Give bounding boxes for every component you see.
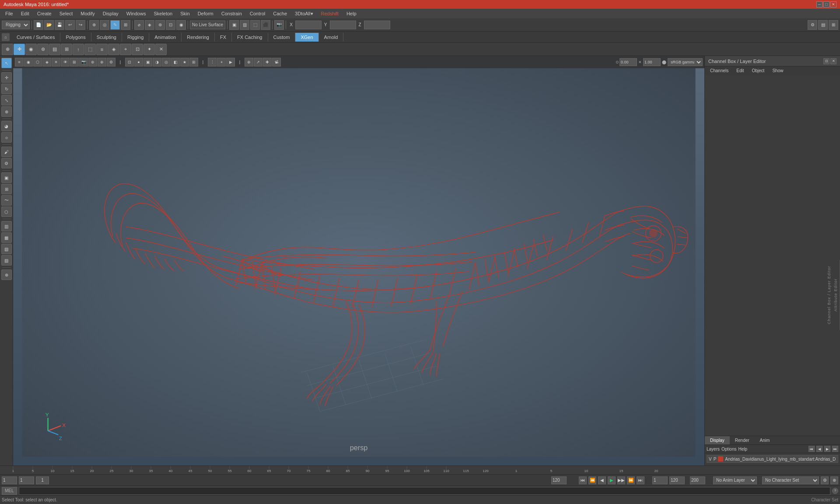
tab-show[interactable]: Show <box>769 67 787 74</box>
soft-select-btn[interactable]: ◕ <box>1 121 12 131</box>
x-input[interactable] <box>295 21 322 29</box>
menu-create[interactable]: Create <box>34 10 55 17</box>
go-end-btn[interactable]: ⏭ <box>637 476 644 484</box>
cmd-input-field[interactable] <box>19 487 830 495</box>
menu-cache[interactable]: Cache <box>270 10 290 17</box>
xgen-tool8[interactable]: ⬚ <box>84 44 96 55</box>
paint-skin-btn[interactable]: 🖌 <box>1 147 12 157</box>
vp-val2-input[interactable]: 1.00 <box>643 58 661 66</box>
xgen-tool12[interactable]: ⊡ <box>132 44 143 55</box>
menu-redshift[interactable]: Redshift <box>318 10 342 17</box>
step-back-btn[interactable]: ⏪ <box>588 476 596 484</box>
xgen-tool6[interactable]: ⊞ <box>61 44 72 55</box>
vp-render-btn[interactable]: ▶ <box>226 58 235 66</box>
frame-input-box[interactable]: 1 <box>36 476 49 484</box>
viewport[interactable]: ≡ ◉ ⬡ ◈ ☀ 👁 ⊞ 📷 ⊛ ⊕ ⚙ | ⊡ ● ▣ ◑ ◎ ◧ ★ ⊞ … <box>13 56 704 466</box>
xgen-tool10[interactable]: ◈ <box>108 44 119 55</box>
layer-nav1[interactable]: ⏮ <box>808 446 815 452</box>
xgen-tool5[interactable]: ▤ <box>49 44 60 55</box>
xgen-tool13[interactable]: ✦ <box>144 44 155 55</box>
vp-show-btn[interactable]: 👁 <box>61 58 70 66</box>
vp-smooth-btn[interactable]: ● <box>134 58 143 66</box>
timeline[interactable]: 1 5 10 15 20 25 30 35 40 45 50 55 60 65 … <box>0 466 840 474</box>
vp-shade1-btn[interactable]: ⬡ <box>33 58 42 66</box>
render2-icon[interactable]: ▥ <box>240 20 249 30</box>
vp-pivot-btn[interactable]: ✚ <box>263 58 272 66</box>
tab-sculpting[interactable]: Sculpting <box>91 33 122 42</box>
new-file-icon[interactable]: 📄 <box>34 20 43 30</box>
scale-tool-btn[interactable]: ⤡ <box>1 95 12 105</box>
snap1-icon[interactable]: ⌀ <box>134 20 144 30</box>
layer-nav3[interactable]: ▶ <box>824 446 830 452</box>
frame-start-input[interactable] <box>2 476 17 484</box>
layer-tab-anim[interactable]: Anim <box>755 436 775 444</box>
tab-arnold[interactable]: Arnold <box>319 33 344 42</box>
char-set-select[interactable]: No Character Set <box>762 476 819 484</box>
tab-curves-surfaces[interactable]: Curves / Surfaces <box>11 33 60 42</box>
save-file-icon[interactable]: 💾 <box>55 20 64 30</box>
tab-animation[interactable]: Animation <box>149 33 182 42</box>
menu-skin[interactable]: Skin <box>177 10 193 17</box>
menu-windows[interactable]: Windows <box>123 10 150 17</box>
vp-orient-btn[interactable]: ↗ <box>254 58 262 66</box>
anim-end2-input[interactable] <box>690 476 705 484</box>
channel-box-float-icon[interactable]: ⊡ <box>823 58 830 64</box>
layer2-btn[interactable]: ▦ <box>1 232 12 243</box>
layer-row[interactable]: V P Andrias_Davidianus_Light_lying_mb_st… <box>707 455 838 463</box>
menu-select[interactable]: Select <box>56 10 77 17</box>
surface-btn[interactable]: ⬡ <box>1 206 12 217</box>
play-fwd-btn[interactable]: ▶ <box>608 476 616 484</box>
vp-wire-btn[interactable]: ⊡ <box>125 58 134 66</box>
tab-edit[interactable]: Edit <box>733 67 747 74</box>
undo-icon[interactable]: ↩ <box>65 20 75 30</box>
universal-tool-btn[interactable]: ⊕ <box>1 106 12 117</box>
z-input[interactable] <box>364 21 390 29</box>
layer-tab-render[interactable]: Render <box>730 436 755 444</box>
close-button[interactable]: ✕ <box>830 1 836 7</box>
select-tool-btn[interactable]: ↖ <box>1 58 12 68</box>
vp-res-btn[interactable]: ⊞ <box>189 58 198 66</box>
vp-grid-btn[interactable]: ⋮ <box>208 58 217 66</box>
layer-nav4[interactable]: ⏭ <box>832 446 838 452</box>
camera-icon[interactable]: 📷 <box>274 20 284 30</box>
layer4-btn[interactable]: ▨ <box>1 255 12 266</box>
maximize-button[interactable]: □ <box>823 1 830 7</box>
vp-texture-btn[interactable]: ▣ <box>144 58 152 66</box>
vp-iso-btn[interactable]: ⊛ <box>88 58 97 66</box>
render-icon[interactable]: ▣ <box>229 20 239 30</box>
xgen-tool4[interactable]: ⊛ <box>37 44 49 55</box>
minimize-button[interactable]: ─ <box>816 1 822 7</box>
vp-xray-btn[interactable]: ◎ <box>162 58 171 66</box>
go-start-btn[interactable]: ⏮ <box>579 476 587 484</box>
vp-hud-btn[interactable]: ⌖ <box>217 58 226 66</box>
tab-xgen[interactable]: XGen <box>295 33 318 42</box>
vp-panels-btn2[interactable]: ⊞ <box>70 58 79 66</box>
vp-light-btn[interactable]: ☀ <box>52 58 60 66</box>
menu-deform[interactable]: Deform <box>194 10 217 17</box>
lasso-btn[interactable]: ⌾ <box>1 132 12 143</box>
layer3-btn[interactable]: ▧ <box>1 244 12 254</box>
mode-select[interactable]: Rigging <box>2 21 30 29</box>
lasso-icon[interactable]: ◎ <box>100 20 109 30</box>
menu-display[interactable]: Display <box>99 10 122 17</box>
layer1-btn[interactable]: ▥ <box>1 221 12 231</box>
tab-polygons[interactable]: Polygons <box>60 33 91 42</box>
redo-icon[interactable]: ↪ <box>76 20 85 30</box>
anim-layer-select[interactable]: No Anim Layer <box>713 476 757 484</box>
layers-menu[interactable]: Layers <box>707 447 720 452</box>
char-set-btn[interactable]: ⚙ <box>821 476 829 484</box>
menu-control[interactable]: Control <box>246 10 269 17</box>
tool-settings-btn[interactable]: ⚙ <box>1 158 12 168</box>
vp-cam2-btn[interactable]: 📽 <box>272 58 281 66</box>
menu-file[interactable]: File <box>2 10 17 17</box>
step-fwd-btn[interactable]: ⏩ <box>627 476 635 484</box>
snap2-icon[interactable]: ◈ <box>145 20 154 30</box>
xgen-tool7[interactable]: ↑ <box>73 44 84 55</box>
vp-fx-btn[interactable]: ★ <box>180 58 189 66</box>
channel-box-close-icon[interactable]: ✕ <box>830 58 836 64</box>
tab-object[interactable]: Object <box>749 67 768 74</box>
tab-custom[interactable]: Custom <box>268 33 296 42</box>
xgen-tool11[interactable]: ⌖ <box>120 44 131 55</box>
menu-3dtool[interactable]: 3DtoAll▾ <box>291 10 316 18</box>
settings1-icon[interactable]: ⚙ <box>808 20 817 30</box>
